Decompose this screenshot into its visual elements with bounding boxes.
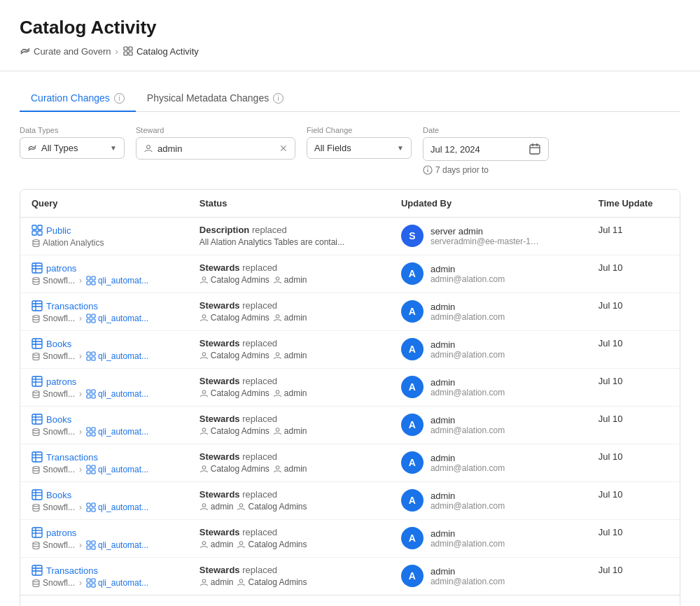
field-change-label: Field Change: [307, 126, 412, 134]
svg-rect-50: [32, 376, 42, 386]
query-cell: Books Snowfl... › qli_automat...: [20, 331, 188, 369]
svg-rect-35: [87, 319, 90, 323]
svg-point-26: [202, 276, 206, 280]
svg-point-59: [202, 390, 206, 393]
svg-point-71: [276, 428, 279, 431]
svg-rect-80: [92, 470, 95, 474]
table-row: Transactions Snowfl... › qli_automat... …: [20, 293, 680, 331]
status-stewards: Catalog Adminsadmin: [200, 313, 379, 323]
time-cell: Jul 10: [587, 558, 680, 596]
status-action: replaced: [242, 376, 277, 386]
status-detail: All Alation Analytics Tables are contai.…: [200, 237, 368, 247]
updated-by-cell: A admin admin@alation.com: [390, 331, 587, 369]
user-email: admin@alation.com: [430, 425, 505, 435]
svg-rect-112: [87, 584, 90, 587]
status-cell: Stewards replaced adminCatalog Admins: [188, 520, 390, 558]
query-path: Snowfl... › qli_automat...: [31, 351, 177, 361]
physical-info-icon[interactable]: i: [273, 93, 284, 104]
svg-rect-39: [32, 339, 42, 348]
user-info: admin admin@alation.com: [430, 264, 505, 284]
query-name-link[interactable]: patrons: [31, 262, 177, 274]
query-name-link[interactable]: Books: [31, 489, 177, 500]
svg-rect-23: [92, 276, 95, 280]
query-name-link[interactable]: Transactions: [31, 565, 177, 576]
user-email: admin@alation.com: [430, 350, 505, 360]
tab-curation-changes[interactable]: Curation Changes i: [20, 85, 136, 112]
steward-input[interactable]: [158, 143, 275, 154]
query-table-icon: [31, 376, 43, 387]
svg-rect-34: [92, 314, 95, 318]
svg-point-114: [202, 579, 206, 582]
query-name-link[interactable]: Transactions: [31, 300, 177, 311]
avatar: A: [401, 414, 424, 436]
tab-bar: Curation Changes i Physical Metadata Cha…: [20, 85, 680, 112]
table-row: Books Snowfl... › qli_automat... Steward…: [20, 331, 680, 369]
svg-point-115: [240, 579, 244, 582]
results-table-container: Query Status Updated By Time Update Publ…: [20, 189, 680, 606]
svg-rect-1: [129, 47, 132, 50]
svg-rect-36: [92, 319, 95, 323]
query-name-link[interactable]: Books: [31, 338, 177, 349]
status-stewards: adminCatalog Admins: [200, 502, 379, 512]
svg-rect-13: [38, 225, 42, 230]
query-name-link[interactable]: Transactions: [31, 451, 177, 463]
avatar: A: [401, 565, 424, 587]
curation-info-icon[interactable]: i: [114, 93, 125, 104]
date-input[interactable]: Jul 12, 2024: [423, 137, 549, 161]
tab-physical-metadata[interactable]: Physical Metadata Changes i: [136, 85, 295, 112]
svg-rect-5: [530, 145, 540, 154]
query-name-link[interactable]: Public: [31, 225, 177, 236]
status-field: Stewards: [200, 338, 240, 348]
user-name: admin: [430, 528, 505, 539]
user-email: admin@alation.com: [430, 463, 505, 473]
updated-by-cell: A admin admin@alation.com: [390, 444, 587, 482]
date-label: Date: [423, 126, 549, 134]
user-email: serveradmin@ee-master-141019323: [430, 237, 542, 246]
user-info: admin admin@alation.com: [430, 491, 505, 511]
svg-rect-100: [92, 541, 95, 544]
table-row: Transactions Snowfl... › qli_automat... …: [20, 558, 680, 596]
status-action: replaced: [242, 262, 277, 273]
svg-point-65: [33, 428, 39, 430]
status-action: replaced: [242, 414, 277, 424]
time-cell: Jul 11: [587, 218, 680, 255]
time-cell: Jul 10: [587, 407, 680, 444]
status-field: Stewards: [200, 262, 240, 273]
user-info: admin admin@alation.com: [430, 302, 505, 322]
svg-rect-24: [87, 281, 90, 285]
svg-rect-17: [32, 263, 42, 273]
user-info: admin admin@alation.com: [430, 566, 505, 586]
field-change-select[interactable]: All Fields ▼: [307, 137, 412, 159]
query-grid-icon: [31, 225, 43, 236]
table-row: patrons Snowfl... › qli_automat... Stewa…: [20, 369, 680, 407]
query-cell: patrons Snowfl... › qli_automat...: [20, 255, 188, 293]
svg-rect-99: [87, 541, 90, 544]
updated-by-cell: A admin admin@alation.com: [390, 369, 587, 407]
query-name-link[interactable]: patrons: [31, 527, 177, 538]
svg-rect-46: [87, 357, 90, 360]
query-path: Snowfl... › qli_automat...: [31, 540, 177, 550]
breadcrumb-parent-link[interactable]: Curate and Govern: [20, 45, 111, 57]
status-stewards: Catalog Adminsadmin: [200, 275, 379, 285]
query-table-icon: [31, 489, 43, 500]
svg-rect-55: [87, 390, 90, 393]
svg-rect-102: [92, 546, 95, 549]
updated-by: A admin admin@alation.com: [401, 262, 576, 285]
query-name-link[interactable]: patrons: [31, 376, 177, 387]
user-email: admin@alation.com: [430, 577, 505, 586]
updated-by-cell: A admin admin@alation.com: [390, 407, 587, 444]
svg-point-27: [276, 276, 279, 280]
user-info: admin admin@alation.com: [430, 453, 505, 473]
svg-rect-68: [87, 432, 90, 436]
data-types-select[interactable]: All Types ▼: [20, 137, 125, 159]
table-header-row: Query Status Updated By Time Update: [20, 190, 680, 218]
table-row: patrons Snowfl... › qli_automat... Stewa…: [20, 255, 680, 293]
query-name-link[interactable]: Books: [31, 414, 177, 425]
steward-clear-button[interactable]: ✕: [279, 143, 288, 154]
svg-rect-15: [38, 231, 42, 235]
svg-rect-110: [87, 579, 90, 582]
status-action: replaced: [242, 338, 277, 348]
calendar-icon: [528, 143, 541, 155]
status-action: replaced: [252, 225, 287, 235]
query-path: Snowfl... › qli_automat...: [31, 427, 177, 437]
